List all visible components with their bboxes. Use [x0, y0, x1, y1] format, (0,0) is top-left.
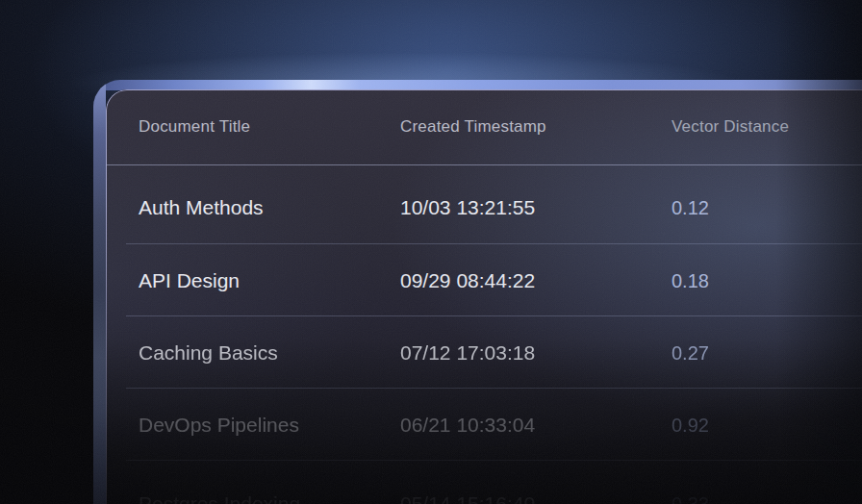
- timestamp-cell: 05/14 15:16:40: [400, 492, 535, 504]
- timestamp-cell: 07/12 17:03:18: [400, 341, 535, 365]
- results-card: Document Title Created Timestamp Vector …: [106, 89, 862, 504]
- vector-distance-cell: 0.92: [672, 414, 709, 436]
- table-row[interactable]: Postgres Indexing 05/14 15:16:40 0.33: [106, 461, 862, 504]
- document-title-cell: API Design: [139, 269, 240, 292]
- table-header-row: Document Title Created Timestamp Vector …: [106, 89, 862, 165]
- table-row[interactable]: DevOps Pipelines 06/21 10:33:04 0.92: [106, 389, 862, 461]
- card-rim-left-highlight: [93, 80, 106, 504]
- document-title-cell: Auth Methods: [139, 196, 264, 219]
- table-row[interactable]: Auth Methods 10/03 13:21:55 0.12: [106, 165, 862, 244]
- vector-distance-cell: 0.33: [672, 493, 709, 504]
- timestamp-cell: 06/21 10:33:04: [400, 414, 535, 437]
- document-title-cell: DevOps Pipelines: [139, 414, 299, 437]
- table-row[interactable]: Caching Basics 07/12 17:03:18 0.27: [106, 316, 862, 389]
- column-header-created-timestamp: Created Timestamp: [400, 117, 546, 137]
- table-row[interactable]: API Design 09/29 08:44:22 0.18: [106, 244, 862, 316]
- vector-distance-cell: 0.18: [672, 269, 709, 291]
- vector-distance-cell: 0.12: [672, 197, 709, 219]
- timestamp-cell: 09/29 08:44:22: [400, 269, 535, 292]
- document-title-cell: Caching Basics: [139, 341, 278, 365]
- timestamp-cell: 10/03 13:21:55: [400, 196, 535, 219]
- column-header-vector-distance: Vector Distance: [672, 117, 789, 137]
- screenshot-stage: Document Title Created Timestamp Vector …: [0, 0, 862, 504]
- document-title-cell: Postgres Indexing: [139, 492, 300, 504]
- column-header-document-title: Document Title: [139, 117, 250, 137]
- vector-distance-cell: 0.27: [672, 341, 709, 364]
